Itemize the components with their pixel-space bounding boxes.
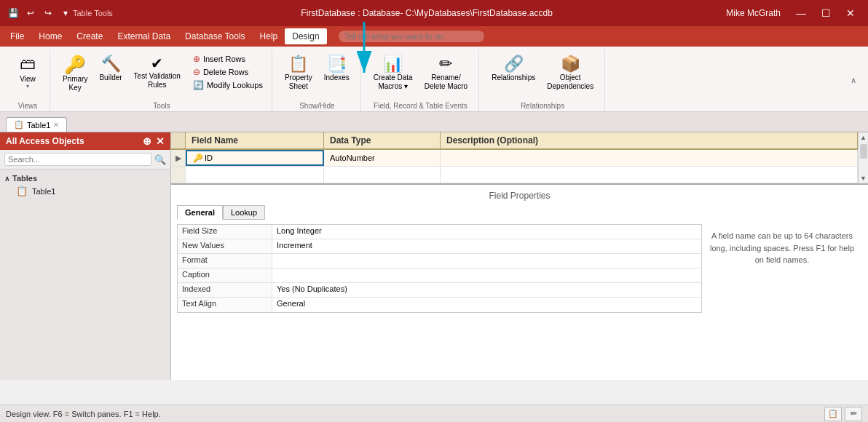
menu-create[interactable]: Create — [69, 28, 110, 44]
ribbon-group-showhide: 📋 PropertySheet 📑 Indexes Show/Hide — [274, 49, 361, 111]
modify-lookups-button[interactable]: 🔄 Modify Lookups — [190, 79, 266, 92]
save-icon[interactable]: 💾 — [6, 6, 20, 20]
delete-rows-button[interactable]: ⊖ Delete Rows — [190, 65, 266, 79]
search-input[interactable] — [4, 153, 151, 166]
fp-tab-general[interactable]: General — [177, 205, 223, 220]
ribbon-small-stack-tools: ⊕ Insert Rows ⊖ Delete Rows 🔄 Modify Loo… — [190, 51, 266, 92]
indexes-button[interactable]: 📑 Indexes — [319, 51, 355, 85]
rename-delete-macro-button[interactable]: ✏ Rename/Delete Macro — [419, 51, 473, 95]
sidebar: All Access Objects ⊕ ✕ 🔍 ∧ Tables 📋 Tabl… — [0, 132, 171, 380]
data-type-cell-1[interactable]: AutoNumber — [324, 150, 441, 166]
sidebar-item-table1[interactable]: 📋 Table1 — [4, 184, 166, 198]
table-row[interactable] — [171, 167, 858, 183]
tables-section-label: Tables — [12, 174, 37, 183]
scroll-thumb[interactable] — [860, 144, 867, 159]
table1-tab[interactable]: 📋 Table1 ✕ — [6, 117, 67, 132]
user-name: Mike McGrath — [726, 8, 781, 18]
grid-header-rownum — [171, 132, 186, 148]
rename-delete-macro-icon: ✏ — [439, 55, 452, 73]
property-sheet-button[interactable]: 📋 PropertySheet — [280, 51, 317, 95]
sidebar-header: All Access Objects ⊕ ✕ — [0, 132, 170, 150]
scroll-down-arrow[interactable]: ▼ — [859, 173, 868, 183]
table-row[interactable]: ▶ 🔑 ID AutoNumber — [171, 150, 858, 167]
grid-vertical-scrollbar[interactable]: ▲ ▼ — [858, 132, 868, 183]
undo-icon[interactable]: ↩ — [23, 6, 38, 20]
row-num-2 — [171, 167, 186, 183]
delete-rows-label: Delete Rows — [203, 68, 248, 76]
menu-external-data[interactable]: External Data — [110, 28, 178, 44]
field-name-cell-2[interactable] — [186, 167, 324, 183]
menu-help[interactable]: Help — [253, 28, 285, 44]
fp-value-textalign[interactable]: General — [272, 298, 701, 312]
fp-value-indexed[interactable]: Yes (No Duplicates) — [272, 283, 701, 297]
create-data-macros-icon: 📊 — [383, 55, 403, 73]
field-properties-tabs: General Lookup — [177, 205, 862, 220]
relationships-button[interactable]: 🔗 Relationships — [486, 51, 540, 85]
status-view-1-button[interactable]: 📋 — [824, 407, 842, 421]
property-sheet-icon: 📋 — [288, 55, 308, 73]
sidebar-close-icon[interactable]: ✕ — [156, 135, 165, 147]
fp-value-newvalues[interactable]: Increment — [272, 239, 701, 253]
dropdown-icon[interactable]: ▾ — [58, 6, 73, 20]
tell-me-input[interactable] — [339, 31, 484, 42]
search-icon[interactable]: 🔍 — [154, 154, 166, 165]
view-button[interactable]: 🗃 View ▾ — [12, 51, 44, 93]
description-cell-1[interactable] — [441, 150, 858, 166]
fp-label-newvalues: New Values — [178, 239, 272, 253]
builder-button[interactable]: 🔨 Builder — [94, 51, 127, 85]
redo-icon[interactable]: ↪ — [41, 6, 55, 20]
primary-key-button[interactable]: 🔑 PrimaryKey — [58, 51, 92, 96]
sidebar-title: All Access Objects — [6, 136, 84, 146]
tables-section-header[interactable]: ∧ Tables — [4, 172, 166, 184]
field-name-cell-1[interactable]: 🔑 ID — [186, 150, 324, 166]
test-validation-button[interactable]: ✔ Test ValidationRules — [129, 51, 186, 93]
relationships-label: Relationships — [492, 73, 535, 81]
fp-value-caption[interactable] — [272, 268, 701, 282]
fp-label-caption: Caption — [178, 268, 272, 282]
insert-rows-button[interactable]: ⊕ Insert Rows — [190, 52, 266, 65]
close-tab-button[interactable]: ✕ — [53, 121, 59, 129]
status-view-2-button[interactable]: ✏ — [845, 407, 862, 421]
menu-bar: File Home Create External Data Database … — [0, 26, 868, 47]
table1-tab-icon: 📋 — [14, 120, 24, 130]
key-icon: 🔑 — [193, 154, 203, 163]
ribbon-collapse-button[interactable]: ∧ — [845, 49, 862, 111]
ribbon-group-relationships: 🔗 Relationships 📦 ObjectDependencies Rel… — [481, 49, 605, 111]
primary-key-icon: 🔑 — [64, 55, 86, 75]
fp-label-fieldsize: Field Size — [178, 225, 272, 239]
menu-design[interactable]: Design — [285, 28, 326, 44]
description-cell-2[interactable] — [441, 167, 858, 183]
object-dependencies-label: ObjectDependencies — [547, 73, 593, 91]
create-data-macros-button[interactable]: 📊 Create DataMacros ▾ — [368, 51, 418, 95]
window-controls: — ☐ ✕ — [789, 3, 862, 23]
minimize-button[interactable]: — — [789, 3, 813, 23]
view-label: View — [20, 75, 36, 83]
field-properties: Field Properties General Lookup Field Si… — [171, 183, 868, 380]
fp-row-newvalues: New Values Increment — [178, 239, 701, 254]
table1-label: Table1 — [32, 187, 55, 196]
field-properties-title: Field Properties — [177, 191, 862, 201]
app-label: Table Tools — [73, 9, 113, 17]
fp-label-format: Format — [178, 254, 272, 268]
sidebar-add-icon[interactable]: ⊕ — [143, 135, 151, 147]
fp-label-textalign: Text Align — [178, 298, 272, 312]
insert-rows-label: Insert Rows — [203, 55, 245, 63]
maximize-button[interactable]: ☐ — [814, 3, 837, 23]
fp-row-textalign: Text Align General — [178, 298, 701, 312]
close-button[interactable]: ✕ — [839, 3, 862, 23]
data-type-cell-2[interactable] — [324, 167, 441, 183]
menu-file[interactable]: File — [3, 28, 31, 44]
object-dependencies-button[interactable]: 📦 ObjectDependencies — [542, 51, 599, 95]
scroll-up-arrow[interactable]: ▲ — [859, 132, 868, 143]
field-properties-grid: Field Size Long Integer New Values Incre… — [177, 224, 702, 313]
fp-tab-lookup[interactable]: Lookup — [223, 205, 265, 220]
fp-value-fieldsize[interactable]: Long Integer — [272, 225, 701, 239]
table-grid: Field Name Data Type Description (Option… — [171, 132, 868, 183]
rename-delete-macro-label: Rename/Delete Macro — [425, 73, 467, 91]
fp-label-indexed: Indexed — [178, 283, 272, 297]
view-icon: 🗃 — [20, 55, 36, 73]
title-bar: 💾 ↩ ↪ ▾ Table Tools FirstDatabase : Data… — [0, 0, 868, 26]
menu-database-tools[interactable]: Database Tools — [178, 28, 253, 44]
fp-value-format[interactable] — [272, 254, 701, 268]
menu-home[interactable]: Home — [31, 28, 69, 44]
